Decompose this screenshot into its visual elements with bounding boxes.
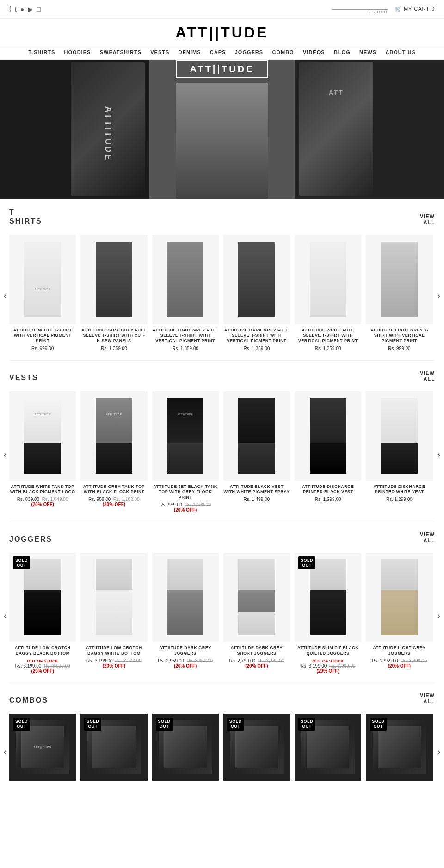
tshirt-product-1[interactable]: ATTIITUDE ATTIITUDE WHITE T-SHIRT WITH V… (9, 235, 76, 350)
tshirt-product-6[interactable]: ATTIITUDE LIGHT GREY T-SHIRT WITH VERTIC… (366, 235, 432, 350)
combo-sold-out-4: SOLDOUT (227, 718, 244, 731)
vests-next-arrow[interactable]: › (433, 447, 444, 461)
tshirt-product-4[interactable]: ATTIITUDE DARK GREY FULL SLEEVE T-SHIRT … (223, 235, 290, 350)
joggers-next-arrow[interactable]: › (433, 608, 444, 623)
combos-title: COMBOS (9, 696, 48, 705)
nav-blog[interactable]: BLOG (334, 50, 351, 55)
combo-product-1[interactable]: SOLDOUT ATT||TUDE (9, 714, 76, 784)
nav-joggers[interactable]: JOGGERS (235, 50, 263, 55)
combo-product-6[interactable]: SOLDOUT (366, 714, 432, 784)
instagram-icon[interactable]: □ (37, 6, 40, 13)
nav-caps[interactable]: CAPS (210, 50, 226, 55)
facebook-icon[interactable]: f (9, 6, 11, 13)
twitter-icon[interactable]: t (15, 6, 17, 13)
vests-prev-arrow[interactable]: ‹ (0, 447, 11, 461)
hero-banner: ATTITUDE ATT||TUDE ATT (0, 60, 444, 199)
combo-product-5[interactable]: SOLDOUT (295, 714, 361, 784)
joggers-view-all[interactable]: VIEW ALL (420, 531, 435, 543)
youtube-icon[interactable]: ▶ (28, 6, 33, 13)
hero-center-figure: ATT||TUDE (149, 60, 294, 199)
hero-left-figure: ATTITUDE (0, 60, 149, 199)
jogger-product-2[interactable]: ATTIITUDE LOW CROTCH BAGGY WHITE BOTTOM … (80, 553, 147, 674)
nav-videos[interactable]: VIDEOS (303, 50, 325, 55)
tshirts-section-header: T SHIRTS VIEW ALL (0, 199, 444, 230)
vest-product-3[interactable]: ATTIITUDE ATTIITUDE JET BLACK TANK TOP W… (152, 391, 219, 512)
tshirts-prev-arrow[interactable]: ‹ (0, 288, 11, 302)
nav-vests[interactable]: VESTS (150, 50, 169, 55)
combos-products-row: SOLDOUT ATT||TUDE SOLDOUT SOLDOUT (9, 709, 435, 793)
vests-view-all[interactable]: VIEW ALL (420, 370, 435, 382)
vests-carousel: ‹ ATTIITUDE ATTIITUDE WHITE TANK TOP WIT… (0, 387, 444, 521)
tshirt-product-2[interactable]: ATTIITUDE DARK GREY FULL SLEEVE T-SHIRT … (80, 235, 147, 350)
tshirts-next-arrow[interactable]: › (433, 288, 444, 302)
nav-denims[interactable]: DENIMS (179, 50, 201, 55)
combo-sold-out-1: SOLDOUT (13, 718, 30, 731)
hero-right-figure: ATT (295, 60, 444, 199)
vest-product-4[interactable]: ATTIITUDE BLACK VEST WITH WHITE PIGMENT … (223, 391, 290, 512)
main-nav: T-SHIRTS HOODIES SWEATSHIRTS VESTS DENIM… (0, 45, 444, 60)
tshirt-product-5[interactable]: ATTIITUDE WHITE FULL SLEEVE T-SHIRT WITH… (295, 235, 361, 350)
tshirts-view-all[interactable]: VIEW ALL (420, 213, 435, 225)
vest-product-6[interactable]: ATTIITUDE DISCHARGE PRINTED WHITE VEST R… (366, 391, 432, 512)
joggers-prev-arrow[interactable]: ‹ (0, 608, 11, 623)
nav-combo[interactable]: COMBO (272, 50, 294, 55)
combo-sold-out-3: SOLDOUT (156, 718, 173, 731)
combos-view-all[interactable]: VIEW ALL (420, 693, 435, 705)
combos-prev-arrow[interactable]: ‹ (0, 744, 11, 759)
combos-carousel: ‹ SOLDOUT ATT||TUDE SOLDOUT (0, 709, 444, 793)
nav-sweatshirts[interactable]: SWEATSHIRTS (100, 50, 142, 55)
sold-out-badge-1: SOLDOUT (13, 556, 30, 569)
tshirts-products-row: ATTIITUDE ATTIITUDE WHITE T-SHIRT WITH V… (9, 230, 435, 360)
vests-section-header: VESTS VIEW ALL (0, 361, 444, 387)
vests-products-row: ATTIITUDE ATTIITUDE WHITE TANK TOP WITH … (9, 387, 435, 521)
jogger-product-5[interactable]: SOLDOUT ATTIITUDE SLIM FIT BLACK QUILTED… (295, 553, 361, 674)
nav-about[interactable]: ABOUT US (385, 50, 415, 55)
search-input[interactable] (332, 4, 388, 10)
combos-section-header: COMBOS VIEW ALL (0, 683, 444, 709)
combos-next-arrow[interactable]: › (433, 744, 444, 759)
nav-hoodies[interactable]: HOODIES (64, 50, 91, 55)
combo-sold-out-6: SOLDOUT (370, 718, 387, 731)
top-right: SEARCH 🛒 MY CART 0 (332, 4, 435, 14)
jogger-product-3[interactable]: ATTIITUDE DARK GREY JOGGERS Rs. 2,959.00… (152, 553, 219, 674)
tshirts-carousel: ‹ ATTIITUDE ATTIITUDE WHITE T-SHIRT WITH… (0, 230, 444, 360)
vest-product-5[interactable]: ATTIITUDE DISCHARGE PRINTED BLACK VEST R… (295, 391, 361, 512)
vest-product-1[interactable]: ATTIITUDE ATTIITUDE WHITE TANK TOP WITH … (9, 391, 76, 512)
cart-button[interactable]: 🛒 MY CART 0 (395, 6, 435, 12)
vests-title: VESTS (9, 373, 38, 382)
joggers-products-row: SOLDOUT ATTIITUDE LOW CROTCH BAGGY BLACK… (9, 548, 435, 683)
jogger-product-1[interactable]: SOLDOUT ATTIITUDE LOW CROTCH BAGGY BLACK… (9, 553, 76, 674)
joggers-section-header: JOGGERS VIEW ALL (0, 522, 444, 548)
search-label: SEARCH (367, 10, 388, 14)
combo-product-3[interactable]: SOLDOUT (152, 714, 219, 784)
combo-sold-out-5: SOLDOUT (298, 718, 315, 731)
combo-product-4[interactable]: SOLDOUT (223, 714, 290, 784)
tshirt-product-3[interactable]: ATTIITUDE LIGHT GREY FULL SLEEVE T-SHIRT… (152, 235, 219, 350)
joggers-title: JOGGERS (9, 535, 52, 543)
nav-tshirts[interactable]: T-SHIRTS (28, 50, 55, 55)
combo-product-2[interactable]: SOLDOUT (80, 714, 147, 784)
jogger-product-6[interactable]: ATTIITUDE LIGHT GREY JOGGERS Rs. 2,959.0… (366, 553, 432, 674)
pinterest-icon[interactable]: ● (20, 6, 24, 13)
sold-out-badge-5: SOLDOUT (298, 556, 315, 569)
logo-bar: ATT||TUDE (0, 19, 444, 45)
jogger-product-4[interactable]: ATTIITUDE DARK GREY SHORT JOGGERS Rs. 2,… (223, 553, 290, 674)
search-box: SEARCH (332, 4, 388, 14)
top-bar: f t ● ▶ □ SEARCH 🛒 MY CART 0 (0, 0, 444, 19)
site-logo[interactable]: ATT||TUDE (0, 24, 444, 41)
nav-news[interactable]: NEWS (359, 50, 376, 55)
tshirts-title: T SHIRTS (9, 208, 42, 225)
social-icons: f t ● ▶ □ (9, 6, 41, 13)
combo-sold-out-2: SOLDOUT (84, 718, 101, 731)
joggers-carousel: ‹ SOLDOUT ATTIITUDE LOW CROTCH BAGGY BLA… (0, 548, 444, 683)
vest-product-2[interactable]: ATTIITUDE ATTIITUDE GREY TANK TOP WITH B… (80, 391, 147, 512)
